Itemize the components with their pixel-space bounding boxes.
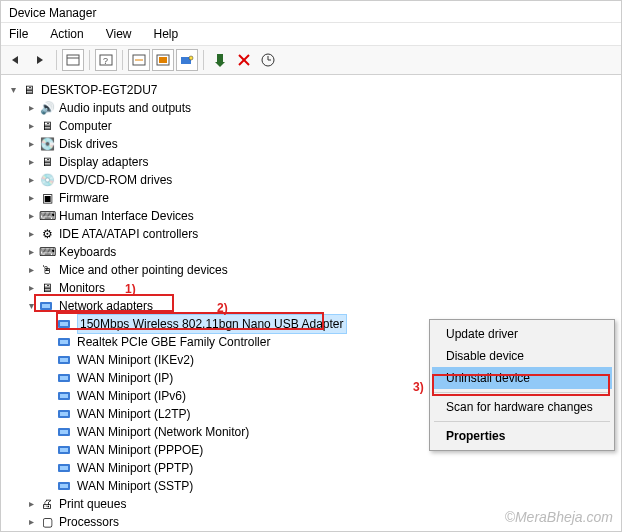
network-adapter-icon bbox=[57, 370, 73, 386]
action-button-2[interactable] bbox=[152, 49, 174, 71]
adapter-label: WAN Miniport (IPv6) bbox=[77, 387, 186, 405]
network-adapter-icon bbox=[57, 352, 73, 368]
device-icon: 🖥 bbox=[39, 118, 55, 134]
device-icon: ⌨ bbox=[39, 208, 55, 224]
category-item[interactable]: 🖥Monitors bbox=[5, 279, 617, 297]
svg-rect-23 bbox=[60, 376, 68, 380]
svg-rect-31 bbox=[60, 448, 68, 452]
network-adapter-item[interactable]: WAN Miniport (PPTP) bbox=[5, 459, 617, 477]
category-label: Mice and other pointing devices bbox=[59, 261, 228, 279]
ctx-properties[interactable]: Properties bbox=[432, 425, 612, 447]
category-label: Display adapters bbox=[59, 153, 148, 171]
network-adapter-icon bbox=[57, 442, 73, 458]
svg-rect-27 bbox=[60, 412, 68, 416]
device-icon: 🖨 bbox=[39, 496, 55, 512]
expand-icon[interactable] bbox=[23, 207, 39, 225]
expand-icon[interactable] bbox=[23, 261, 39, 279]
network-adapter-icon bbox=[57, 460, 73, 476]
category-item[interactable]: ⚙IDE ATA/ATAPI controllers bbox=[5, 225, 617, 243]
show-hide-button[interactable] bbox=[62, 49, 84, 71]
expand-icon[interactable] bbox=[23, 279, 39, 297]
svg-rect-19 bbox=[60, 340, 68, 344]
svg-text:?: ? bbox=[103, 56, 108, 66]
expand-icon[interactable] bbox=[23, 153, 39, 171]
category-label: Keyboards bbox=[59, 243, 116, 261]
annotation-1: 1) bbox=[125, 282, 136, 296]
svg-rect-15 bbox=[42, 304, 50, 308]
device-icon: ⌨ bbox=[39, 244, 55, 260]
expand-icon[interactable] bbox=[23, 135, 39, 153]
category-label: DVD/CD-ROM drives bbox=[59, 171, 172, 189]
svg-rect-17 bbox=[60, 322, 68, 326]
category-item[interactable]: ⌨Keyboards bbox=[5, 243, 617, 261]
toolbar-separator bbox=[56, 50, 57, 70]
expand-icon[interactable] bbox=[23, 171, 39, 189]
annotation-3: 3) bbox=[413, 380, 424, 394]
expand-icon[interactable] bbox=[23, 513, 39, 531]
adapter-label: WAN Miniport (IP) bbox=[77, 369, 173, 387]
ctx-disable-device[interactable]: Disable device bbox=[432, 345, 612, 367]
expand-icon[interactable] bbox=[23, 495, 39, 513]
menu-help[interactable]: Help bbox=[150, 25, 183, 43]
expand-icon[interactable] bbox=[23, 99, 39, 117]
device-tree[interactable]: 🖥 DESKTOP-EGT2DU7 🔊Audio inputs and outp… bbox=[1, 75, 621, 531]
device-icon: 🖥 bbox=[39, 154, 55, 170]
update-driver-button[interactable] bbox=[257, 49, 279, 71]
category-item[interactable]: 🖥Computer bbox=[5, 117, 617, 135]
expand-icon[interactable] bbox=[5, 81, 21, 99]
expand-icon[interactable] bbox=[23, 297, 39, 315]
category-label: Human Interface Devices bbox=[59, 207, 194, 225]
category-item[interactable]: 🔊Audio inputs and outputs bbox=[5, 99, 617, 117]
tree-root[interactable]: 🖥 DESKTOP-EGT2DU7 bbox=[5, 81, 617, 99]
adapter-label: WAN Miniport (PPTP) bbox=[77, 459, 193, 477]
toolbar: ? bbox=[1, 46, 621, 75]
device-icon: 🖱 bbox=[39, 262, 55, 278]
expand-icon[interactable] bbox=[23, 189, 39, 207]
category-label: Processors bbox=[59, 513, 119, 531]
device-icon: 🖥 bbox=[39, 280, 55, 296]
device-icon: ▢ bbox=[39, 514, 55, 530]
adapter-label: WAN Miniport (PPPOE) bbox=[77, 441, 203, 459]
category-item[interactable]: 💿DVD/CD-ROM drives bbox=[5, 171, 617, 189]
enable-button[interactable] bbox=[209, 49, 231, 71]
action-button-1[interactable] bbox=[128, 49, 150, 71]
svg-rect-35 bbox=[60, 484, 68, 488]
category-label: IDE ATA/ATAPI controllers bbox=[59, 225, 198, 243]
menu-bar: File Action View Help bbox=[1, 23, 621, 46]
svg-rect-21 bbox=[60, 358, 68, 362]
category-item[interactable]: 💽Disk drives bbox=[5, 135, 617, 153]
category-label: Firmware bbox=[59, 189, 109, 207]
back-button[interactable] bbox=[5, 49, 27, 71]
svg-rect-0 bbox=[67, 55, 79, 65]
menu-view[interactable]: View bbox=[102, 25, 136, 43]
scan-hardware-button[interactable] bbox=[176, 49, 198, 71]
device-icon: 💽 bbox=[39, 136, 55, 152]
network-adapter-item[interactable]: WAN Miniport (SSTP) bbox=[5, 477, 617, 495]
help-button[interactable]: ? bbox=[95, 49, 117, 71]
device-icon: 🔊 bbox=[39, 100, 55, 116]
category-item[interactable]: ⌨Human Interface Devices bbox=[5, 207, 617, 225]
menu-action[interactable]: Action bbox=[46, 25, 87, 43]
ctx-uninstall-device[interactable]: Uninstall device bbox=[432, 367, 612, 389]
expand-icon[interactable] bbox=[23, 225, 39, 243]
menu-file[interactable]: File bbox=[5, 25, 32, 43]
computer-icon: 🖥 bbox=[21, 82, 37, 98]
expand-icon[interactable] bbox=[23, 243, 39, 261]
ctx-scan-hardware[interactable]: Scan for hardware changes bbox=[432, 396, 612, 418]
category-item[interactable]: 🖥Display adapters bbox=[5, 153, 617, 171]
svg-rect-29 bbox=[60, 430, 68, 434]
category-label: Monitors bbox=[59, 279, 105, 297]
uninstall-button[interactable] bbox=[233, 49, 255, 71]
adapter-label: Realtek PCIe GBE Family Controller bbox=[77, 333, 270, 351]
network-adapter-icon bbox=[57, 424, 73, 440]
window-title-text: Device Manager bbox=[9, 6, 96, 20]
category-item[interactable]: 🖱Mice and other pointing devices bbox=[5, 261, 617, 279]
toolbar-separator bbox=[89, 50, 90, 70]
svg-rect-25 bbox=[60, 394, 68, 398]
expand-icon[interactable] bbox=[23, 117, 39, 135]
category-network-adapters[interactable]: Network adapters bbox=[5, 297, 617, 315]
ctx-update-driver[interactable]: Update driver bbox=[432, 323, 612, 345]
forward-button[interactable] bbox=[29, 49, 51, 71]
network-adapter-icon bbox=[57, 478, 73, 494]
category-item[interactable]: ▣Firmware bbox=[5, 189, 617, 207]
